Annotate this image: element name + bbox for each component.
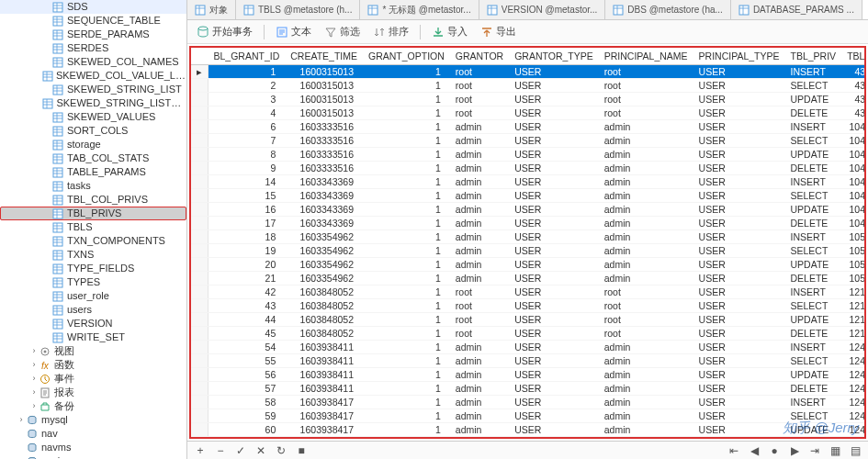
cell[interactable]: DELETE <box>785 382 842 396</box>
cell[interactable]: INSERT <box>785 230 842 244</box>
row-gutter[interactable] <box>191 437 209 440</box>
cell[interactable]: admin <box>599 244 693 258</box>
cell[interactable]: admin <box>599 272 693 285</box>
cell[interactable]: USER <box>693 244 785 258</box>
cell[interactable]: 1 <box>363 189 450 203</box>
row-gutter[interactable] <box>191 189 209 203</box>
tree-item[interactable]: navms <box>0 441 186 454</box>
cell[interactable]: DELETE <box>785 217 842 230</box>
cell[interactable]: root <box>599 327 693 341</box>
cell[interactable]: 4331 <box>841 93 866 106</box>
cell[interactable]: USER <box>509 327 599 341</box>
cell[interactable]: UPDATE <box>785 423 842 437</box>
cell[interactable]: 1600315013 <box>285 79 363 93</box>
table-row[interactable]: 2116033549621adminUSERadminUSERDELETE105… <box>191 272 866 285</box>
add-row-button[interactable]: + <box>193 443 208 458</box>
tab[interactable]: DATABASE_PARAMS ... <box>731 0 862 19</box>
tree-item[interactable]: SERDES <box>0 41 186 55</box>
cell[interactable]: 56 <box>209 368 286 382</box>
cell[interactable]: 12455 <box>841 354 866 368</box>
cell[interactable]: USER <box>693 437 785 440</box>
cell[interactable]: 12456 <box>841 396 866 409</box>
cell[interactable]: 55 <box>209 354 286 368</box>
cell[interactable]: 1 <box>363 65 450 79</box>
cell[interactable]: UPDATE <box>785 93 842 106</box>
cell[interactable]: SELECT <box>785 134 842 148</box>
row-gutter[interactable] <box>191 175 209 189</box>
cell[interactable]: 3 <box>209 93 286 106</box>
cell[interactable]: root <box>450 313 509 327</box>
cell[interactable]: admin <box>599 423 693 437</box>
cell[interactable]: 2 <box>209 79 286 93</box>
tree-item[interactable]: TAB_COL_STATS <box>0 151 186 165</box>
cell[interactable]: 1600315013 <box>285 106 363 120</box>
export-button[interactable]: 导出 <box>477 23 520 40</box>
cell[interactable]: 1 <box>363 327 450 341</box>
cell[interactable]: USER <box>693 354 785 368</box>
cell[interactable]: 1 <box>363 313 450 327</box>
cell[interactable]: 1603354962 <box>285 244 363 258</box>
cell[interactable]: 1603938417 <box>285 423 363 437</box>
row-gutter[interactable] <box>191 285 209 299</box>
cell[interactable]: USER <box>509 272 599 285</box>
cell[interactable]: admin <box>599 354 693 368</box>
cell[interactable]: 1 <box>209 65 286 79</box>
cell[interactable]: INSERT <box>785 396 842 409</box>
cell[interactable]: USER <box>693 272 785 285</box>
cell[interactable]: 54 <box>209 341 286 354</box>
cell[interactable]: admin <box>450 189 509 203</box>
cell[interactable]: 10479 <box>841 175 866 189</box>
cell[interactable]: INSERT <box>785 65 842 79</box>
table-row[interactable]: 5816039384171adminUSERadminUSERINSERT124… <box>191 396 866 409</box>
cell[interactable]: 4 <box>209 106 286 120</box>
cell[interactable]: SELECT <box>785 189 842 203</box>
cell[interactable]: 43 <box>209 299 286 313</box>
cell[interactable]: root <box>599 79 693 93</box>
cell[interactable]: 60 <box>209 423 286 437</box>
stop-button[interactable]: ■ <box>294 443 309 458</box>
cell[interactable]: admin <box>450 217 509 230</box>
filter-button[interactable]: 筛选 <box>321 23 364 40</box>
table-row[interactable]: 4416038480521rootUSERrootUSERUPDATE12151 <box>191 313 866 327</box>
tree-item[interactable]: SORT_COLS <box>0 124 186 138</box>
tree-item[interactable]: ›fx函数 <box>0 358 186 372</box>
cell[interactable]: 1603343369 <box>285 189 363 203</box>
row-gutter[interactable] <box>191 258 209 272</box>
cell[interactable]: 12455 <box>841 341 866 354</box>
cell[interactable]: admin <box>599 258 693 272</box>
cell[interactable]: 1603343369 <box>285 217 363 230</box>
tab[interactable]: 对象 <box>187 0 236 19</box>
cell[interactable]: USER <box>693 175 785 189</box>
row-gutter[interactable] <box>191 354 209 368</box>
cell[interactable]: admin <box>450 396 509 409</box>
cell[interactable]: 14 <box>209 175 286 189</box>
row-gutter[interactable] <box>191 341 209 354</box>
last-page-button[interactable]: ⇥ <box>807 443 822 458</box>
cell[interactable]: USER <box>509 382 599 396</box>
table-row[interactable]: 1816033549621adminUSERadminUSERINSERT105… <box>191 230 866 244</box>
row-gutter[interactable]: ▸ <box>191 65 209 79</box>
cell[interactable]: admin <box>450 148 509 162</box>
cell[interactable]: 1603938411 <box>285 382 363 396</box>
cell[interactable]: UPDATE <box>785 203 842 217</box>
tree-item[interactable]: SKEWED_COL_VALUE_LOC_MAP <box>0 69 186 83</box>
cell[interactable]: admin <box>599 437 693 440</box>
row-gutter[interactable] <box>191 299 209 313</box>
tree-item[interactable]: SKEWED_COL_NAMES <box>0 55 186 69</box>
cell[interactable]: root <box>599 285 693 299</box>
cell[interactable]: 12456 <box>841 423 866 437</box>
tree-item[interactable]: ›视图 <box>0 344 186 358</box>
cell[interactable]: 9 <box>209 162 286 175</box>
cell[interactable]: 1 <box>363 341 450 354</box>
cell[interactable]: root <box>450 285 509 299</box>
cell[interactable]: 10479 <box>841 217 866 230</box>
row-gutter[interactable] <box>191 148 209 162</box>
cell[interactable]: INSERT <box>785 341 842 354</box>
row-gutter[interactable] <box>191 203 209 217</box>
cell[interactable]: admin <box>599 341 693 354</box>
sort-button[interactable]: 排序 <box>369 23 412 40</box>
cell[interactable]: root <box>450 299 509 313</box>
cell[interactable]: USER <box>693 382 785 396</box>
tree-item[interactable]: ›mysql <box>0 413 186 427</box>
table-row[interactable]: 4316038480521rootUSERrootUSERSELECT12151 <box>191 299 866 313</box>
